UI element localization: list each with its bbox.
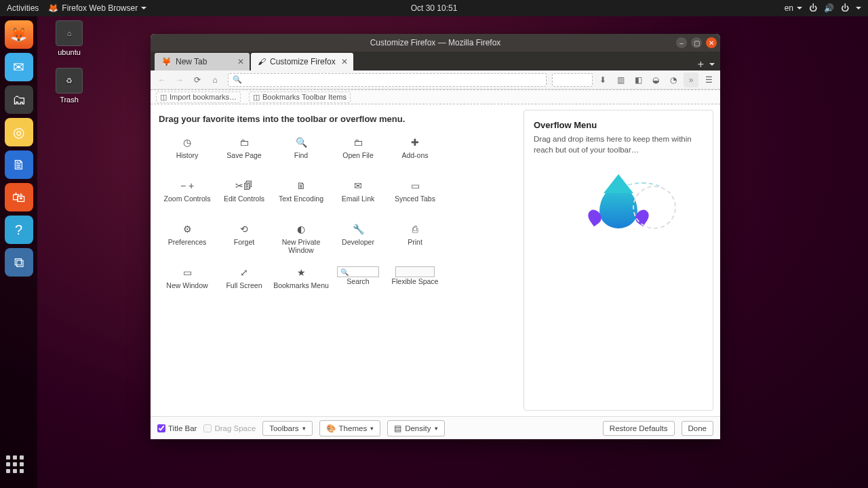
tab-customize[interactable]: 🖌 Customize Firefox ✕ <box>251 53 353 70</box>
overflow-menu-panel[interactable]: Overflow Menu Drag and drop items here t… <box>524 110 713 411</box>
desktop-home-folder[interactable]: ⌂ ubuntu <box>49 20 90 56</box>
palette-item-print[interactable]: ⎙Print <box>387 219 443 258</box>
close-tab-icon[interactable]: ✕ <box>237 57 244 66</box>
downloads-button[interactable]: ⬇ <box>595 73 610 87</box>
palette-item-icon: ◐ <box>297 223 305 235</box>
minimize-button[interactable]: – <box>676 37 687 48</box>
palette-item-history[interactable]: ◷History <box>159 132 216 171</box>
palette-item-label: Zoom Controls <box>164 195 211 203</box>
close-button[interactable]: ✕ <box>706 37 717 48</box>
activities-button[interactable]: Activities <box>7 3 39 13</box>
themes-dropdown[interactable]: 🎨Themes▾ <box>319 420 381 436</box>
palette-item-icon: ◷ <box>183 136 191 148</box>
palette-item-synced-tabs[interactable]: ▭Synced Tabs <box>387 176 443 215</box>
firefox-icon: 🦊 <box>48 3 58 13</box>
palette-item-forget[interactable]: ⟲Forget <box>216 219 273 258</box>
close-tab-icon[interactable]: ✕ <box>341 57 348 66</box>
search-bar[interactable] <box>552 73 593 87</box>
palette-item-icon: 🗎 <box>296 180 306 192</box>
network-icon[interactable]: ⏻ <box>809 3 817 13</box>
library-button[interactable]: ▥ <box>613 73 628 87</box>
bm-items-label: Bookmarks Toolbar Items <box>262 93 347 101</box>
back-button[interactable]: ← <box>155 73 170 87</box>
palette-item-save-page[interactable]: 🗀Save Page <box>216 132 273 171</box>
palette-item-label: Text Encoding <box>279 195 323 203</box>
tab-label: Customize Firefox <box>270 57 336 66</box>
sidebar-button[interactable]: ◧ <box>631 73 646 87</box>
home-button[interactable]: ⌂ <box>208 73 222 87</box>
palette-item-full-screen[interactable]: ⤢Full Screen <box>216 262 273 302</box>
pocket-button[interactable]: ◒ <box>648 73 663 87</box>
palette-item-text-encoding[interactable]: 🗎Text Encoding <box>273 176 330 215</box>
dock-thunderbird[interactable]: ✉ <box>5 53 33 81</box>
bookmarks-toolbar: ◫Import bookmarks… ◫Bookmarks Toolbar It… <box>151 89 720 104</box>
reload-button[interactable]: ⟳ <box>190 73 205 87</box>
import-icon: ◫ <box>160 93 167 102</box>
desktop-trash[interactable]: ♻ Trash <box>49 68 90 104</box>
palette-item-label: New Window <box>166 281 208 289</box>
window-titlebar[interactable]: Customize Firefox — Mozilla Firefox – ▢ … <box>151 34 720 52</box>
new-tab-button[interactable]: + <box>698 58 704 70</box>
forward-button[interactable]: → <box>172 73 187 87</box>
overflow-description: Drag and drop items here to keep them wi… <box>534 134 703 155</box>
tab-strip: 🦊 New Tab ✕ 🖌 Customize Firefox ✕ + <box>151 52 720 70</box>
import-bookmarks[interactable]: ◫Import bookmarks… <box>156 92 241 103</box>
density-dropdown[interactable]: ▤Density▾ <box>387 420 444 436</box>
palette-item-open-file[interactable]: 🗀Open File <box>330 132 387 171</box>
lang-label: en <box>785 3 793 13</box>
palette-item-icon: ⚙ <box>183 223 192 235</box>
restore-defaults-button[interactable]: Restore Defaults <box>603 421 675 436</box>
input-source[interactable]: en <box>785 3 802 13</box>
palette-item-add-ons[interactable]: ✚Add-ons <box>387 132 443 171</box>
volume-icon[interactable]: 🔊 <box>824 3 834 13</box>
palette-item-icon: 🗀 <box>353 136 363 148</box>
palette-item-preferences[interactable]: ⚙Preferences <box>159 219 216 258</box>
palette-item-flexible-space[interactable]: Flexible Space <box>387 262 443 302</box>
overflow-button[interactable]: » <box>684 73 698 87</box>
toolbars-dropdown[interactable]: Toolbars▾ <box>262 421 312 436</box>
desktop-icon-label: Trash <box>49 96 90 104</box>
palette-item-zoom-controls[interactable]: − +Zoom Controls <box>159 176 216 215</box>
clock[interactable]: Oct 30 10:51 <box>411 3 458 13</box>
palette-item-email-link[interactable]: ✉Email Link <box>330 176 387 215</box>
maximize-button[interactable]: ▢ <box>691 37 702 48</box>
dock-firefox[interactable]: 🦊 <box>5 20 33 49</box>
dock-screenshot[interactable]: ⧉ <box>5 248 33 277</box>
bookmarks-toolbar-items[interactable]: ◫Bookmarks Toolbar Items <box>249 92 351 103</box>
palette-item-label: Developer <box>342 238 374 246</box>
dock-help[interactable]: ? <box>5 216 33 244</box>
palette-item-developer[interactable]: 🔧Developer <box>330 219 387 258</box>
titlebar-checkbox[interactable]: Title Bar <box>157 424 197 432</box>
theme-icon: 🎨 <box>326 424 336 433</box>
dock-software[interactable]: 🛍 <box>5 183 33 211</box>
tab-new-tab[interactable]: 🦊 New Tab ✕ <box>155 53 250 70</box>
power-icon[interactable]: ⏻ <box>841 3 849 13</box>
customize-footer: Title Bar Drag Space Toolbars▾ 🎨Themes▾ … <box>151 416 720 439</box>
app-menu[interactable]: 🦊 Firefox Web Browser <box>48 3 146 13</box>
bookmark-icon: ◫ <box>253 93 260 102</box>
palette-item-new-window[interactable]: ▭New Window <box>159 262 216 302</box>
palette-item-find[interactable]: 🔍Find <box>273 132 330 171</box>
all-tabs-button[interactable] <box>709 63 715 66</box>
account-button[interactable]: ◔ <box>666 73 681 87</box>
density-icon: ▤ <box>394 424 401 433</box>
toolbars-label: Toolbars <box>269 424 298 432</box>
palette-item-icon: ⟲ <box>240 223 248 235</box>
done-button[interactable]: Done <box>682 421 714 436</box>
dock-libreoffice[interactable]: 🗎 <box>5 150 33 179</box>
palette-item-new-private-window[interactable]: ◐New Private Window <box>273 219 330 258</box>
show-applications[interactable] <box>6 455 32 481</box>
app-menu-label: Firefox Web Browser <box>62 3 138 13</box>
palette-item-bookmarks-menu[interactable]: ★Bookmarks Menu <box>273 262 330 302</box>
url-bar[interactable]: 🔍 <box>228 73 547 87</box>
dock-rhythmbox[interactable]: ◎ <box>5 118 33 146</box>
palette-item-search[interactable]: 🔍Search <box>330 262 387 302</box>
palette-item-edit-controls[interactable]: ✂🗐Edit Controls <box>216 176 273 215</box>
chevron-down-icon: ▾ <box>302 425 306 432</box>
chevron-down-icon <box>856 7 861 9</box>
dragspace-label: Drag Space <box>214 424 256 432</box>
menu-button[interactable]: ☰ <box>701 73 716 87</box>
dock-files[interactable]: 🗂 <box>5 85 33 114</box>
dragspace-checkbox[interactable]: Drag Space <box>203 424 256 432</box>
customize-palette: Drag your favorite items into the toolba… <box>151 104 521 416</box>
